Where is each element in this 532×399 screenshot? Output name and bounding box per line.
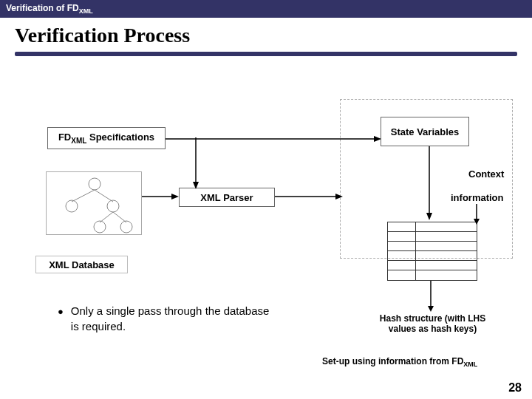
svg-marker-10 (374, 136, 381, 142)
xml-database-label: XML Database (49, 259, 115, 270)
title-underline (15, 52, 517, 56)
svg-line-1 (72, 190, 95, 202)
spec-box: FDXML Specifications (47, 127, 166, 149)
header-bar: Verification of FDXML (0, 0, 532, 18)
svg-marker-12 (193, 182, 199, 189)
arrow-hash-to-caption (427, 281, 436, 312)
svg-marker-20 (474, 219, 480, 225)
bullet-icon: ● (58, 306, 64, 317)
svg-point-8 (120, 221, 132, 233)
xml-parser-box: XML Parser (179, 188, 275, 207)
svg-marker-16 (335, 194, 343, 200)
arrow-info-to-hash (473, 204, 482, 225)
svg-point-7 (94, 221, 106, 233)
tree-diagram (46, 171, 142, 235)
xml-database-box: XML Database (35, 256, 128, 273)
svg-marker-22 (428, 306, 434, 312)
svg-point-0 (89, 178, 100, 190)
arrow-tree-to-parser (142, 194, 179, 201)
state-variables-box: State Variables (381, 117, 469, 146)
footer-note: Set-up using information from FDXML (322, 356, 477, 368)
svg-marker-14 (171, 194, 179, 200)
svg-line-5 (100, 212, 113, 222)
slide-title: Verification Process (0, 18, 532, 47)
state-variables-label: State Variables (391, 126, 460, 137)
svg-point-3 (66, 200, 78, 212)
xml-parser-label: XML Parser (200, 192, 253, 203)
spec-label: FDXML Specifications (58, 132, 154, 145)
hash-caption: Hash structure (with LHS values as hash … (353, 313, 512, 334)
svg-line-6 (113, 212, 126, 222)
tree-icon (47, 172, 143, 236)
svg-line-2 (95, 190, 113, 202)
page-number: 28 (508, 381, 522, 395)
bullet-text: Only a single pass through the database … (71, 303, 279, 334)
svg-point-4 (107, 200, 119, 212)
bullet-item: ● Only a single pass through the databas… (58, 303, 279, 334)
context-label: Context (468, 168, 504, 180)
hash-structure (387, 222, 477, 281)
svg-marker-18 (426, 213, 432, 220)
header-title: Verification of FDXML (6, 3, 93, 13)
arrow-spec-to-parser (192, 137, 202, 189)
arrow-state-to-hash (426, 146, 434, 220)
information-label: information (451, 192, 504, 203)
arrow-parser-to-context (275, 194, 343, 201)
